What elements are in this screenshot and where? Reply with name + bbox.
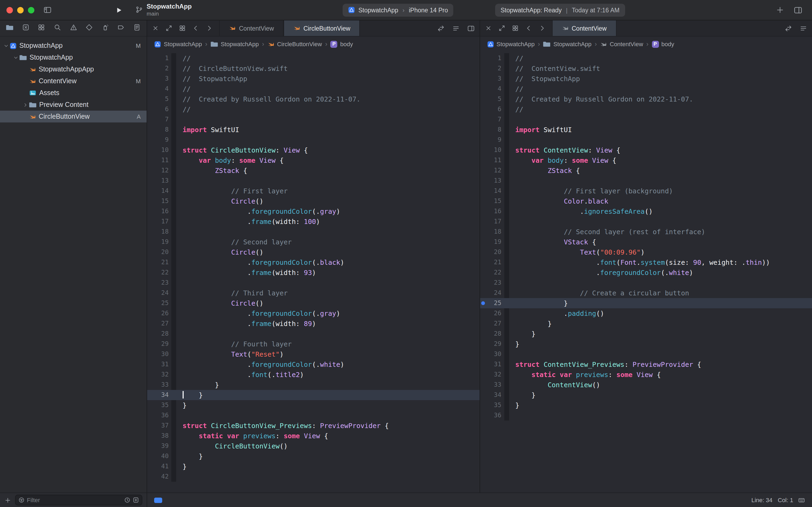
tree-item-contentview[interactable]: ContentViewM: [0, 75, 147, 87]
tree-item-assets[interactable]: Assets: [0, 87, 147, 99]
close-editor-icon[interactable]: [485, 25, 491, 32]
forward-icon[interactable]: [538, 25, 545, 32]
gutter-marker-area[interactable]: [147, 257, 154, 268]
minimize-window-button[interactable]: [17, 7, 23, 13]
code-line-33[interactable]: 33 }: [147, 380, 479, 390]
line-number[interactable]: 27: [154, 319, 171, 329]
code-line-18[interactable]: 18 // Second layer (rest of interface): [480, 227, 812, 237]
code-review-icon[interactable]: [785, 24, 792, 32]
gutter-marker-area[interactable]: [147, 268, 154, 278]
gutter-marker-area[interactable]: [147, 420, 154, 431]
fold-ribbon[interactable]: [171, 308, 176, 319]
fold-ribbon[interactable]: [171, 186, 176, 196]
gutter-marker-area[interactable]: [147, 441, 154, 451]
fold-ribbon[interactable]: [504, 319, 509, 329]
line-number[interactable]: 25: [486, 298, 504, 308]
code-line-34[interactable]: 34 }: [147, 390, 479, 400]
code-line-17[interactable]: 17 .frame(width: 100): [147, 216, 479, 227]
line-number[interactable]: 11: [154, 155, 171, 165]
line-number[interactable]: 20: [486, 247, 504, 257]
breadcrumb-item[interactable]: StopwatchApp: [211, 40, 259, 48]
code-line-31[interactable]: 31 .foregroundColor(.white): [147, 359, 479, 370]
line-number[interactable]: 28: [154, 329, 171, 339]
line-number[interactable]: 22: [486, 268, 504, 278]
code-line-25[interactable]: 25 }: [480, 298, 812, 308]
code-line-22[interactable]: 22 .frame(width: 93): [147, 268, 479, 278]
line-number[interactable]: 11: [486, 155, 504, 165]
editor-options-icon[interactable]: [452, 24, 459, 32]
gutter-marker-area[interactable]: [480, 216, 486, 227]
gutter-marker-area[interactable]: [147, 114, 154, 125]
code-line-19[interactable]: 19 VStack {: [480, 237, 812, 247]
fold-ribbon[interactable]: [171, 400, 176, 410]
editor-layout-icon[interactable]: [794, 6, 802, 14]
gutter-marker-area[interactable]: [147, 400, 154, 410]
fold-ribbon[interactable]: [504, 216, 509, 227]
code-line-21[interactable]: 21 .foregroundColor(.black): [147, 257, 479, 268]
gutter-marker-area[interactable]: [147, 298, 154, 308]
line-number[interactable]: 28: [486, 329, 504, 339]
line-number[interactable]: 26: [154, 308, 171, 319]
code-line-6[interactable]: 6//: [480, 104, 812, 114]
gutter-marker-area[interactable]: [480, 268, 486, 278]
back-icon[interactable]: [525, 25, 532, 32]
gutter-marker-area[interactable]: [480, 349, 486, 359]
fold-ribbon[interactable]: [171, 319, 176, 329]
code-line-36[interactable]: 36: [480, 410, 812, 420]
breadcrumb-item[interactable]: ContentView: [600, 41, 643, 48]
gutter-marker-area[interactable]: [480, 339, 486, 349]
fold-ribbon[interactable]: [504, 186, 509, 196]
line-number[interactable]: 1: [486, 53, 504, 63]
debug-navigator[interactable]: [102, 23, 109, 33]
gutter-marker-area[interactable]: [480, 125, 486, 135]
fold-ribbon[interactable]: [504, 237, 509, 247]
run-button[interactable]: [115, 6, 122, 14]
fold-ribbon[interactable]: [504, 400, 509, 410]
fold-ribbon[interactable]: [171, 237, 176, 247]
gutter-marker-area[interactable]: [147, 471, 154, 482]
add-editor-icon[interactable]: [467, 24, 474, 32]
line-number[interactable]: 34: [154, 390, 171, 400]
line-number[interactable]: 27: [486, 319, 504, 329]
code-line-20[interactable]: 20 Circle(): [147, 247, 479, 257]
breadcrumb-item[interactable]: CircleButtonView: [268, 41, 322, 48]
code-line-18[interactable]: 18: [147, 227, 479, 237]
fold-ribbon[interactable]: [171, 410, 176, 420]
line-number[interactable]: 34: [486, 390, 504, 400]
line-number[interactable]: 32: [154, 370, 171, 380]
fold-ribbon[interactable]: [171, 349, 176, 359]
filter-field[interactable]: Filter: [15, 495, 142, 505]
line-number[interactable]: 7: [486, 114, 504, 125]
line-number[interactable]: 39: [154, 441, 171, 451]
line-number[interactable]: 3: [486, 73, 504, 84]
gutter-marker-area[interactable]: [480, 73, 486, 84]
code-line-5[interactable]: 5// Created by Russell Gordon on 2022-11…: [147, 94, 479, 104]
fold-ribbon[interactable]: [171, 278, 176, 288]
fold-ribbon[interactable]: [504, 206, 509, 216]
code-line-15[interactable]: 15 Color.black: [480, 196, 812, 206]
fold-ribbon[interactable]: [504, 370, 509, 380]
toggle-sidebar-icon[interactable]: [43, 6, 52, 14]
line-number[interactable]: 16: [154, 206, 171, 216]
tab-contentview[interactable]: ContentView: [552, 20, 616, 36]
scheme-selector[interactable]: StopwatchApp › iPhone 14 Pro: [343, 3, 453, 16]
code-line-16[interactable]: 16 .foregroundColor(.gray): [147, 206, 479, 216]
line-number[interactable]: 38: [154, 431, 171, 441]
code-line-30[interactable]: 30: [480, 349, 812, 359]
fold-ribbon[interactable]: [171, 206, 176, 216]
code-line-25[interactable]: 25 Circle(): [147, 298, 479, 308]
fold-ribbon[interactable]: [504, 135, 509, 145]
code-line-11[interactable]: 11 var body: some View {: [480, 155, 812, 165]
fold-ribbon[interactable]: [504, 278, 509, 288]
code-line-23[interactable]: 23: [480, 278, 812, 288]
close-window-button[interactable]: [6, 7, 13, 13]
code-line-13[interactable]: 13: [147, 176, 479, 186]
line-number[interactable]: 25: [154, 298, 171, 308]
adjust-editor-icon[interactable]: [154, 497, 163, 504]
line-number[interactable]: 5: [154, 94, 171, 104]
issue-navigator[interactable]: [69, 23, 77, 33]
line-number[interactable]: 9: [486, 135, 504, 145]
code-line-21[interactable]: 21 .font(Font.system(size: 90, weight: .…: [480, 257, 812, 268]
code-line-40[interactable]: 40 }: [147, 451, 479, 461]
line-number[interactable]: 33: [154, 380, 171, 390]
